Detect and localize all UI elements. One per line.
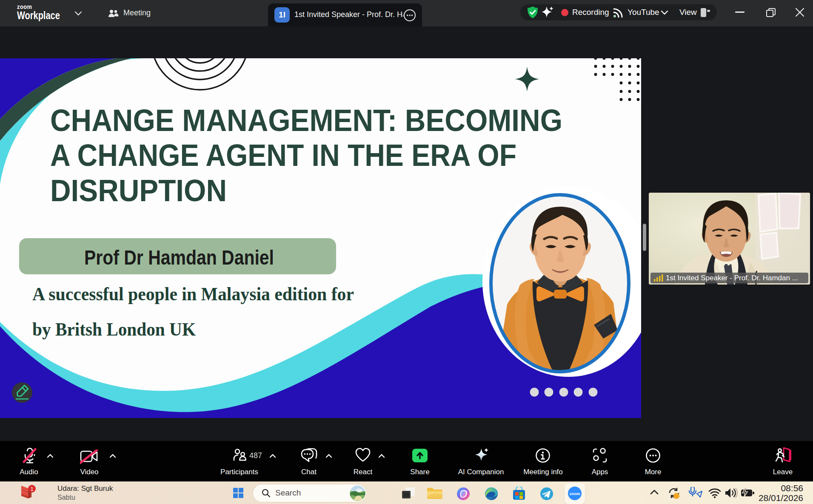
svg-text:A successful people in Malaysi: A successful people in Malaysia edition … [32, 284, 354, 305]
svg-text:zoom: zoom [570, 491, 580, 496]
svg-text:1: 1 [30, 486, 33, 492]
svg-text:by Britsh London UK: by Britsh London UK [32, 319, 196, 340]
svg-text:Prof Dr Hamdan Daniel: Prof Dr Hamdan Daniel [84, 246, 274, 269]
svg-text:A CHANGE AGENT IN THE ERA OF: A CHANGE AGENT IN THE ERA OF [50, 138, 516, 172]
svg-text:DISRUPTION: DISRUPTION [50, 173, 227, 208]
svg-text:CHANGE MANAGEMENT: BECOMING: CHANGE MANAGEMENT: BECOMING [50, 103, 562, 137]
